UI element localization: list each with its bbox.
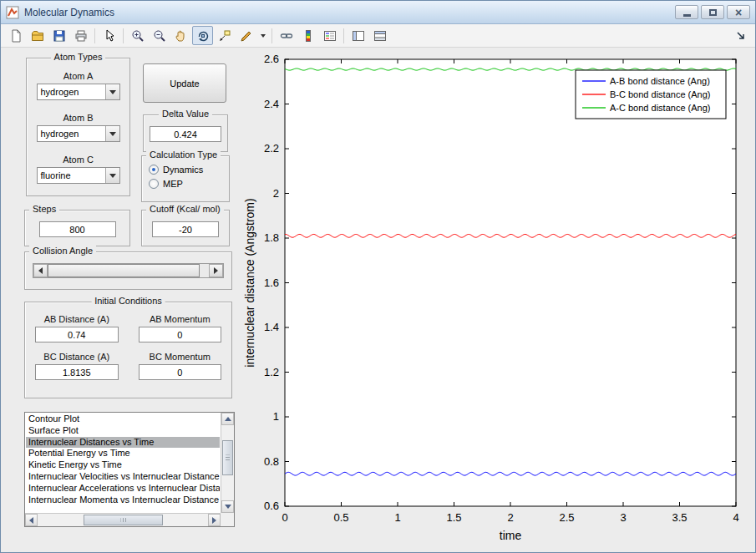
slider-track[interactable] [48, 264, 209, 277]
update-button[interactable]: Update [143, 63, 226, 103]
toolbar-separator [271, 28, 272, 43]
panel-title: Collision Angle [29, 246, 96, 256]
window-controls: × [675, 5, 750, 19]
list-item[interactable]: Kinetic Energy vs Time [26, 459, 220, 471]
slider-thumb[interactable] [48, 264, 200, 277]
list-item[interactable]: Internuclear Momenta vs Internuclear Dis… [26, 495, 220, 506]
list-item[interactable]: Internuclear Accelerations vs Internucle… [26, 483, 220, 495]
chevron-glyph [109, 90, 116, 94]
scroll-down-button[interactable] [221, 500, 234, 513]
zoom-in-button[interactable] [127, 26, 148, 45]
chevron-down-icon [261, 34, 266, 38]
close-icon: × [735, 7, 742, 18]
x-tick-label: 1 [394, 511, 400, 524]
chart-area: 00.511.522.533.540.60.811.21.41.61.822.2… [243, 48, 756, 553]
data-cursor-button[interactable] [214, 26, 235, 45]
arrow-left-icon [29, 517, 33, 524]
maximize-button[interactable] [701, 5, 724, 19]
chevron-down-icon[interactable] [105, 84, 119, 99]
atom-a-select[interactable]: hydrogen [37, 84, 120, 100]
maximize-icon [709, 9, 717, 16]
x-tick-label: 0.5 [333, 511, 348, 524]
zoom-out-button[interactable] [149, 26, 170, 45]
scrollbar-corner [221, 513, 234, 526]
horizontal-scrollbar[interactable] [25, 513, 221, 526]
edit-plot-button[interactable] [99, 26, 119, 45]
brush-button[interactable] [236, 26, 256, 45]
ab-distance-field[interactable]: 0.74 [35, 327, 119, 342]
y-tick-label: 1.8 [264, 231, 279, 244]
y-tick-label: 1.2 [264, 366, 279, 378]
radio-icon [149, 165, 159, 175]
show-plot-tools-icon [373, 29, 387, 43]
scroll-up-button[interactable] [221, 413, 234, 425]
atom-c-select[interactable]: fluorine [37, 167, 120, 184]
slider-left-arrow[interactable] [33, 264, 48, 277]
insert-colorbar-button[interactable] [297, 26, 318, 45]
insert-colorbar-icon [302, 29, 315, 43]
scroll-track[interactable] [38, 514, 208, 526]
plot[interactable]: 00.511.522.533.540.60.811.21.41.61.822.2… [243, 48, 756, 553]
brush-icon [240, 29, 253, 43]
slider-right-arrow[interactable] [209, 264, 223, 277]
save-figure-icon [53, 29, 66, 43]
collision-angle-panel: Collision Angle [24, 251, 232, 290]
collision-angle-slider[interactable] [33, 263, 224, 278]
x-tick-label: 2 [507, 511, 513, 524]
plot-type-listbox[interactable]: Contour PlotSurface PlotInternuclear Dis… [24, 412, 235, 527]
print-figure-button[interactable] [70, 26, 91, 45]
list-item[interactable]: Surface Plot [26, 425, 220, 437]
hide-plot-tools-button[interactable] [348, 26, 368, 45]
list-item[interactable]: Potential Energy vs Time [26, 448, 220, 459]
scroll-right-button[interactable] [208, 514, 221, 526]
atom-b-select[interactable]: hydrogen [37, 125, 120, 142]
legend-label: A-B bond distance (Ang) [610, 76, 710, 86]
toolbar-separator [343, 28, 344, 43]
zoom-out-icon [153, 29, 166, 43]
bc-momentum-field[interactable]: 0 [139, 364, 222, 380]
save-figure-button[interactable] [48, 26, 69, 45]
legend-label: B-C bond distance (Ang) [610, 89, 710, 99]
y-tick-label: 2.4 [264, 98, 279, 110]
link-plot-button[interactable] [276, 26, 297, 45]
ab-momentum-field[interactable]: 0 [139, 327, 222, 342]
show-plot-tools-button[interactable] [369, 26, 390, 45]
dock-figure-button[interactable] [730, 26, 751, 45]
cutoff-field[interactable]: -20 [152, 221, 219, 237]
pan-button[interactable] [170, 26, 191, 45]
list-item[interactable]: Contour Plot [26, 413, 220, 425]
new-figure-button[interactable] [5, 26, 26, 45]
panel-title: Initial Conditions [91, 296, 165, 306]
bc-distance-field[interactable]: 1.8135 [35, 364, 119, 380]
list-item[interactable]: Internuclear Velocities vs Internuclear … [26, 471, 220, 483]
scroll-track[interactable] [221, 425, 234, 500]
brush-dropdown-button[interactable] [257, 26, 268, 45]
chevron-down-icon[interactable] [105, 126, 119, 141]
list-item[interactable]: Internuclear Distances vs Time [26, 437, 220, 449]
thumb-grip [120, 518, 126, 522]
rotate-3d-button[interactable] [192, 26, 213, 45]
arrow-right-icon [212, 517, 216, 524]
delta-value-field[interactable]: 0.424 [150, 126, 221, 142]
open-file-button[interactable] [27, 26, 48, 45]
minimize-button[interactable] [675, 5, 698, 19]
scroll-left-button[interactable] [25, 514, 38, 526]
close-button[interactable]: × [727, 5, 750, 19]
scroll-thumb[interactable] [84, 515, 163, 525]
print-figure-icon [74, 29, 88, 43]
ab-distance-label: AB Distance (A) [35, 314, 119, 324]
y-tick-label: 0.6 [264, 500, 279, 512]
arrow-right-icon [214, 267, 218, 274]
vertical-scrollbar[interactable] [221, 413, 234, 513]
titlebar: Molecular Dynamics × [1, 1, 755, 24]
calculation-type-panel: Calculation Type Dynamics MEP [141, 155, 230, 202]
scroll-thumb[interactable] [222, 440, 233, 475]
chevron-glyph [109, 174, 116, 178]
legend-label: A-C bond distance (Ang) [610, 103, 710, 113]
chevron-down-icon[interactable] [105, 168, 119, 183]
radio-dynamics[interactable]: Dynamics [149, 165, 229, 175]
steps-field[interactable]: 800 [39, 221, 116, 237]
radio-mep[interactable]: MEP [149, 179, 229, 189]
insert-legend-button[interactable] [319, 26, 340, 45]
y-tick-label: 1 [273, 410, 279, 423]
